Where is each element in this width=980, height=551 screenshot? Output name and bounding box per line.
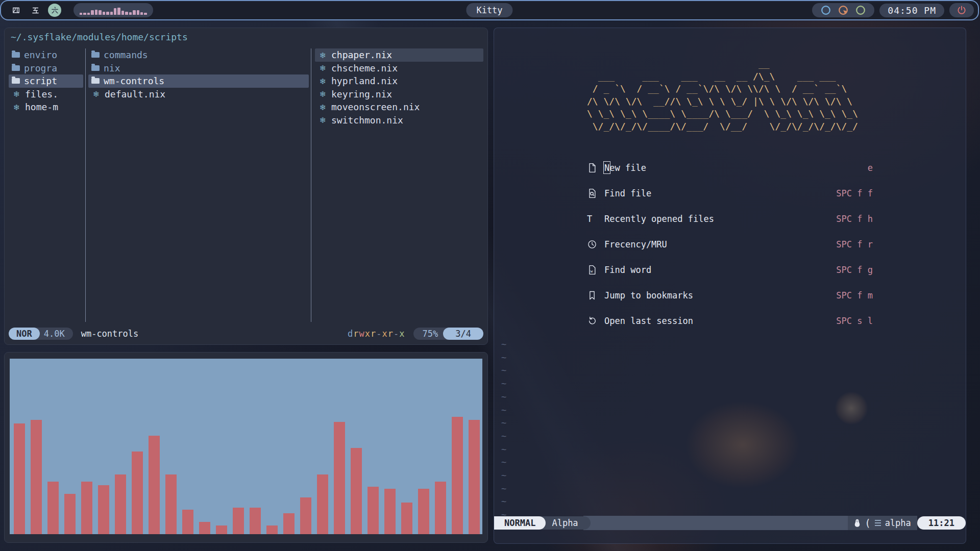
- folder-icon: [12, 65, 20, 71]
- statusline-right-group: ( alpha: [848, 516, 917, 530]
- file-row[interactable]: ❄moveonscreen.nix: [315, 101, 483, 114]
- system-monitor-rings[interactable]: [812, 3, 874, 17]
- sparkline-bar: [91, 10, 93, 15]
- frecency-icon: [587, 239, 604, 249]
- sparkline-bar: [121, 11, 124, 15]
- nix-snowflake-icon: ❄: [318, 89, 327, 99]
- chart-bar: [199, 522, 210, 534]
- chart-bar: [368, 487, 379, 534]
- sparkline-bar: [129, 12, 132, 15]
- workspace-4[interactable]: [9, 4, 22, 17]
- file-row[interactable]: ❄keyring.nix: [315, 88, 483, 101]
- top-bar: Kitty 04:50 PM: [0, 0, 979, 20]
- workspace-6-active[interactable]: [48, 4, 61, 17]
- file-row[interactable]: progra: [9, 62, 83, 75]
- sparkline-bar: [103, 12, 105, 15]
- chart-bar: [81, 482, 92, 534]
- folder-icon: [91, 52, 100, 58]
- dashboard-menu: New fileeFind fileSPC f fTRecently opene…: [587, 155, 873, 334]
- file-name: enviro: [24, 49, 57, 60]
- sparkline-bar: [144, 13, 146, 15]
- menu-item-open-last-session[interactable]: Open last sessionSPC s l: [587, 308, 873, 334]
- nix-snowflake-icon: ❄: [12, 102, 21, 112]
- menu-item-shortcut: SPC f h: [836, 214, 873, 224]
- file-row[interactable]: ❄hyprland.nix: [315, 74, 483, 88]
- workspace-5[interactable]: [29, 4, 42, 17]
- file-row[interactable]: script: [9, 74, 83, 88]
- chart-bar: [351, 448, 362, 534]
- sparkline-bar: [133, 10, 135, 15]
- mode-badge: NOR: [9, 328, 40, 340]
- chart-bar: [98, 485, 109, 534]
- chart-bar: [334, 422, 345, 534]
- chart-bar: [149, 436, 160, 534]
- file-row[interactable]: ❄chscheme.nix: [315, 62, 483, 75]
- power-button[interactable]: [949, 3, 974, 17]
- file-row[interactable]: ❄default.nix: [88, 88, 309, 101]
- perm-char: r: [353, 329, 359, 339]
- sparkline-bar: [140, 12, 143, 15]
- file-name: progra: [24, 63, 57, 73]
- find-file-icon: [587, 188, 604, 198]
- parent-column: enviroprograscript❄files.❄home-m: [9, 48, 83, 322]
- file-name: chpaper.nix: [331, 49, 392, 60]
- sparkline-bar: [117, 8, 120, 15]
- perm-char: d: [348, 329, 353, 339]
- find-word-icon: w: [587, 265, 604, 275]
- folder-icon: [12, 52, 20, 58]
- file-name: home-m: [25, 102, 58, 112]
- chart-bar: [469, 420, 480, 534]
- sparkline-bar: [110, 12, 113, 15]
- file-row[interactable]: ❄switchmon.nix: [315, 114, 483, 127]
- nix-snowflake-icon: ❄: [91, 89, 101, 99]
- perm-char: x: [365, 329, 371, 339]
- neovim-window: __ ___ ___ ___ __ __ /\_\ ___ ___ / _ `\…: [494, 28, 966, 544]
- chart-bar: [165, 474, 177, 534]
- file-row[interactable]: commands: [88, 48, 309, 62]
- cpu-histogram-widget[interactable]: [74, 3, 153, 17]
- neovim-ascii-logo: __ ___ ___ ___ __ __ /\_\ ___ ___ / _ `\…: [587, 58, 873, 133]
- power-icon: [957, 5, 967, 15]
- sparkline-bar: [99, 10, 101, 15]
- statusline-clock: 11:21: [917, 516, 966, 530]
- chart-bar: [266, 525, 278, 534]
- menu-item-recently-opened-files[interactable]: TRecently opened filesSPC f h: [587, 206, 873, 232]
- file-row[interactable]: ❄files.: [9, 88, 83, 101]
- file-manager-window: ~/.sysflake/modules/home/scripts envirop…: [4, 28, 488, 345]
- chart-bar: [216, 525, 227, 534]
- file-name: script: [24, 76, 57, 86]
- chart-bar: [182, 510, 193, 534]
- column-separator: [311, 48, 311, 322]
- file-row[interactable]: ❄chpaper.nix: [315, 48, 483, 62]
- file-name: wm-controls: [104, 76, 164, 86]
- chart-bar: [132, 452, 143, 534]
- chart-window: [4, 352, 488, 543]
- menu-item-frecency-mru[interactable]: Frecency/MRUSPC f r: [587, 232, 873, 257]
- menu-item-new-file[interactable]: New filee: [587, 155, 873, 181]
- chart-bar: [418, 489, 429, 534]
- file-name: commands: [104, 49, 148, 60]
- menu-item-label: Jump to bookmarks: [604, 290, 693, 300]
- file-name: switchmon.nix: [331, 115, 403, 126]
- chart-bar: [435, 482, 446, 534]
- sparkline-bar: [125, 12, 128, 15]
- file-name: keyring.nix: [331, 89, 392, 99]
- menu-item-find-file[interactable]: Find fileSPC f f: [587, 181, 873, 206]
- file-row[interactable]: wm-controls: [88, 74, 309, 88]
- file-row[interactable]: nix: [88, 62, 309, 75]
- menu-item-label: Find word: [604, 265, 651, 275]
- file-name: chscheme.nix: [331, 63, 398, 73]
- chart-bar: [452, 417, 463, 534]
- perm-char: r: [371, 329, 376, 339]
- file-row[interactable]: ❄home-m: [9, 101, 83, 114]
- chart-bar: [31, 420, 42, 534]
- chart-bar: [317, 474, 328, 534]
- menu-item-jump-to-bookmarks[interactable]: Jump to bookmarksSPC f m: [587, 283, 873, 308]
- menu-item-find-word[interactable]: wFind wordSPC f g: [587, 257, 873, 283]
- preview-column: ❄chpaper.nix❄chscheme.nix❄hyprland.nix❄k…: [315, 48, 483, 322]
- menu-item-label: Frecency/MRU: [604, 239, 667, 249]
- file-row[interactable]: enviro: [9, 48, 83, 62]
- chart-bar: [47, 482, 59, 534]
- sparkline-bar: [106, 12, 109, 15]
- alpha-dashboard: __ ___ ___ ___ __ __ /\_\ ___ ___ / _ `\…: [587, 58, 873, 334]
